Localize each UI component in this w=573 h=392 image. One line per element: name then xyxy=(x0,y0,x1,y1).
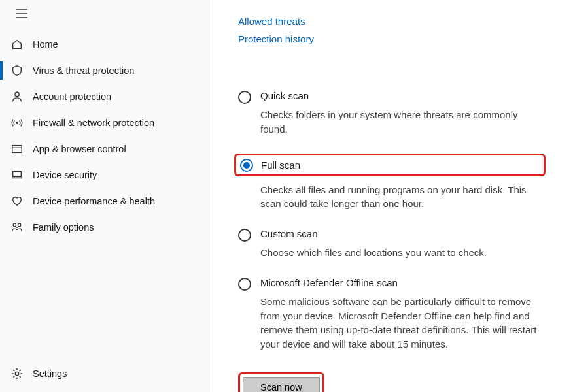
option-offline-scan: Microsoft Defender Offline scan Some mal… xyxy=(238,277,546,351)
sidebar-item-device-security[interactable]: Device security xyxy=(0,162,213,188)
option-title: Quick scan xyxy=(260,90,546,101)
link-allowed-threats[interactable]: Allowed threats xyxy=(238,16,560,27)
scan-now-button[interactable]: Scan now xyxy=(243,377,320,392)
sidebar-nav: Home Virus & threat protection Account p… xyxy=(0,27,213,361)
option-title: Microsoft Defender Offline scan xyxy=(260,277,546,288)
sidebar: Home Virus & threat protection Account p… xyxy=(0,0,213,392)
radio-custom[interactable] xyxy=(238,229,251,242)
scan-options-group: Quick scan Checks folders in your system… xyxy=(238,90,560,392)
svg-point-11 xyxy=(16,227,18,230)
sidebar-item-label: Settings xyxy=(33,368,67,379)
radio-full[interactable] xyxy=(240,159,253,172)
svg-rect-7 xyxy=(13,172,22,177)
option-full-scan: Full scan Checks all files and running p… xyxy=(238,154,546,212)
svg-point-9 xyxy=(13,223,16,227)
sidebar-item-virus-protection[interactable]: Virus & threat protection xyxy=(0,57,213,84)
link-protection-history[interactable]: Protection history xyxy=(238,33,560,44)
sidebar-item-label: Virus & threat protection xyxy=(33,65,134,76)
sidebar-item-home[interactable]: Home xyxy=(0,31,213,57)
svg-point-10 xyxy=(18,223,21,227)
sidebar-item-label: Home xyxy=(33,39,58,50)
highlight-box-full-scan: Full scan xyxy=(234,154,546,176)
sidebar-item-firewall[interactable]: Firewall & network protection xyxy=(0,110,213,136)
sidebar-item-label: Firewall & network protection xyxy=(33,118,154,128)
hamburger-icon xyxy=(16,9,27,18)
option-description: Checks folders in your system where thre… xyxy=(260,108,546,137)
svg-point-12 xyxy=(15,372,18,375)
svg-rect-5 xyxy=(12,146,22,153)
hamburger-menu-button[interactable] xyxy=(0,5,213,27)
antenna-icon xyxy=(10,116,24,129)
svg-point-3 xyxy=(15,92,19,96)
sidebar-item-settings[interactable]: Settings xyxy=(0,361,213,387)
radio-offline[interactable] xyxy=(238,278,251,291)
option-description: Some malicious software can be particula… xyxy=(260,295,546,351)
option-title: Custom scan xyxy=(260,228,546,239)
sidebar-item-family[interactable]: Family options xyxy=(0,214,213,240)
option-custom-scan: Custom scan Choose which files and locat… xyxy=(238,228,546,260)
svg-point-4 xyxy=(16,122,18,124)
sidebar-item-account-protection[interactable]: Account protection xyxy=(0,84,213,110)
sidebar-item-label: Device performance & health xyxy=(33,196,155,206)
sidebar-item-label: App & browser control xyxy=(33,144,126,154)
shield-icon xyxy=(10,64,24,77)
option-description: Checks all files and running programs on… xyxy=(260,183,546,212)
sidebar-item-label: Family options xyxy=(33,222,94,233)
gear-icon xyxy=(10,367,24,380)
sidebar-item-label: Account protection xyxy=(33,91,111,102)
heart-icon xyxy=(10,195,24,208)
home-icon xyxy=(10,38,24,51)
sidebar-item-performance[interactable]: Device performance & health xyxy=(0,188,213,214)
radio-quick[interactable] xyxy=(238,91,251,104)
sidebar-item-label: Device security xyxy=(33,170,97,180)
window-icon xyxy=(10,142,24,155)
person-icon xyxy=(10,90,24,103)
option-title: Full scan xyxy=(261,159,300,171)
highlight-box-scan-now: Scan now xyxy=(238,372,324,392)
main-content: Allowed threats Protection history Quick… xyxy=(213,0,573,392)
option-quick-scan: Quick scan Checks folders in your system… xyxy=(238,90,546,137)
laptop-icon xyxy=(10,169,24,182)
family-icon xyxy=(10,221,24,234)
option-description: Choose which files and locations you wan… xyxy=(260,246,546,260)
sidebar-item-app-browser[interactable]: App & browser control xyxy=(0,136,213,162)
